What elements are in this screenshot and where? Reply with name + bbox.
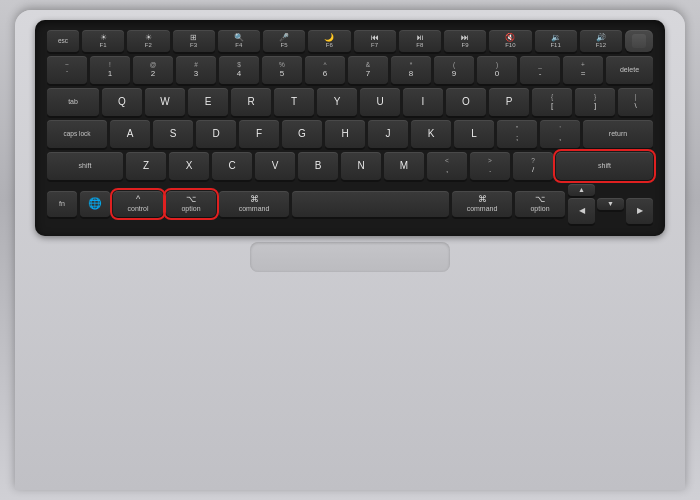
esc-key[interactable]: esc [47,30,79,52]
option-right-key[interactable]: ⌥ option [515,191,565,217]
b-key[interactable]: B [298,152,338,180]
d-key[interactable]: D [196,120,236,148]
e-key[interactable]: E [188,88,228,116]
command-right-key[interactable]: ⌘ command [452,191,512,217]
space-key[interactable] [292,191,449,217]
t-key[interactable]: T [274,88,314,116]
a-key[interactable]: A [110,120,150,148]
semicolon-key[interactable]: " ; [497,120,537,148]
5-key[interactable]: % 5 [262,56,302,84]
0-key[interactable]: ) 0 [477,56,517,84]
2-key[interactable]: @ 2 [133,56,173,84]
trackpad [250,242,450,272]
l-key[interactable]: L [454,120,494,148]
f5-key[interactable]: 🎤 F5 [263,30,305,52]
right-bracket-key[interactable]: } ] [575,88,615,116]
left-bracket-key[interactable]: { [ [532,88,572,116]
equals-key[interactable]: + = [563,56,603,84]
4-key[interactable]: $ 4 [219,56,259,84]
f10-key[interactable]: 🔇 F10 [489,30,531,52]
fn-key[interactable]: fn [47,191,77,217]
k-key[interactable]: K [411,120,451,148]
caps-lock-key[interactable]: caps lock [47,120,107,148]
q-key[interactable]: Q [102,88,142,116]
6-key[interactable]: ^ 6 [305,56,345,84]
arrow-cluster: ▲ ◀ ▼ ▶ [568,184,653,224]
tab-key[interactable]: tab [47,88,99,116]
return-key[interactable]: return [583,120,653,148]
f9-key[interactable]: ⏭ F9 [444,30,486,52]
m-key[interactable]: M [384,152,424,180]
power-key[interactable] [625,30,653,52]
slash-key[interactable]: ? / [513,152,553,180]
shift-right-key[interactable]: shift [556,152,653,180]
g-key[interactable]: G [282,120,322,148]
f1-key[interactable]: ☀ F1 [82,30,124,52]
z-key[interactable]: Z [126,152,166,180]
arrow-down-key[interactable]: ▼ [597,198,624,210]
fn-row: esc ☀ F1 ☀ F2 ⊞ F3 🔍 F4 🎤 F5 [47,30,653,52]
delete-key[interactable]: delete [606,56,653,84]
laptop-frame: esc ☀ F1 ☀ F2 ⊞ F3 🔍 F4 🎤 F5 [15,10,685,490]
f11-key[interactable]: 🔉 F11 [535,30,577,52]
w-key[interactable]: W [145,88,185,116]
f2-key[interactable]: ☀ F2 [127,30,169,52]
c-key[interactable]: C [212,152,252,180]
globe-key[interactable]: 🌐 [80,191,110,217]
quote-key[interactable]: ' , [540,120,580,148]
r-key[interactable]: R [231,88,271,116]
j-key[interactable]: J [368,120,408,148]
command-left-key[interactable]: ⌘ command [219,191,289,217]
8-key[interactable]: * 8 [391,56,431,84]
f7-key[interactable]: ⏮ F7 [354,30,396,52]
control-key[interactable]: ^ control [113,191,163,217]
asdf-row: caps lock A S D F G H J K L " ; ' , retu… [47,120,653,148]
y-key[interactable]: Y [317,88,357,116]
number-row: ~ ` ! 1 @ 2 # 3 $ 4 % 5 [47,56,653,84]
f12-key[interactable]: 🔊 F12 [580,30,622,52]
n-key[interactable]: N [341,152,381,180]
x-key[interactable]: X [169,152,209,180]
p-key[interactable]: P [489,88,529,116]
comma-key[interactable]: < , [427,152,467,180]
bottom-row: fn 🌐 ^ control ⌥ option ⌘ command ⌘ comm… [47,184,653,224]
f6-key[interactable]: 🌙 F6 [308,30,350,52]
v-key[interactable]: V [255,152,295,180]
keyboard: esc ☀ F1 ☀ F2 ⊞ F3 🔍 F4 🎤 F5 [35,20,665,236]
arrow-left-key[interactable]: ◀ [568,198,595,224]
shift-left-key[interactable]: shift [47,152,123,180]
1-key[interactable]: ! 1 [90,56,130,84]
s-key[interactable]: S [153,120,193,148]
f3-key[interactable]: ⊞ F3 [173,30,215,52]
option-left-key[interactable]: ⌥ option [166,191,216,217]
backslash-key[interactable]: | \ [618,88,653,116]
f4-key[interactable]: 🔍 F4 [218,30,260,52]
minus-key[interactable]: _ - [520,56,560,84]
arrow-top-row: ▲ [568,184,653,196]
h-key[interactable]: H [325,120,365,148]
o-key[interactable]: O [446,88,486,116]
backtick-key[interactable]: ~ ` [47,56,87,84]
9-key[interactable]: ( 9 [434,56,474,84]
3-key[interactable]: # 3 [176,56,216,84]
f-key[interactable]: F [239,120,279,148]
zxcv-row: shift Z X C V B N M < , > . ? / shift [47,152,653,180]
u-key[interactable]: U [360,88,400,116]
7-key[interactable]: & 7 [348,56,388,84]
arrow-right-key[interactable]: ▶ [626,198,653,224]
qwerty-row: tab Q W E R T Y U I O P { [ } ] | \ [47,88,653,116]
i-key[interactable]: I [403,88,443,116]
arrow-bottom-row: ◀ ▼ ▶ [568,198,653,224]
period-key[interactable]: > . [470,152,510,180]
arrow-up-key[interactable]: ▲ [568,184,595,196]
f8-key[interactable]: ⏯ F8 [399,30,441,52]
